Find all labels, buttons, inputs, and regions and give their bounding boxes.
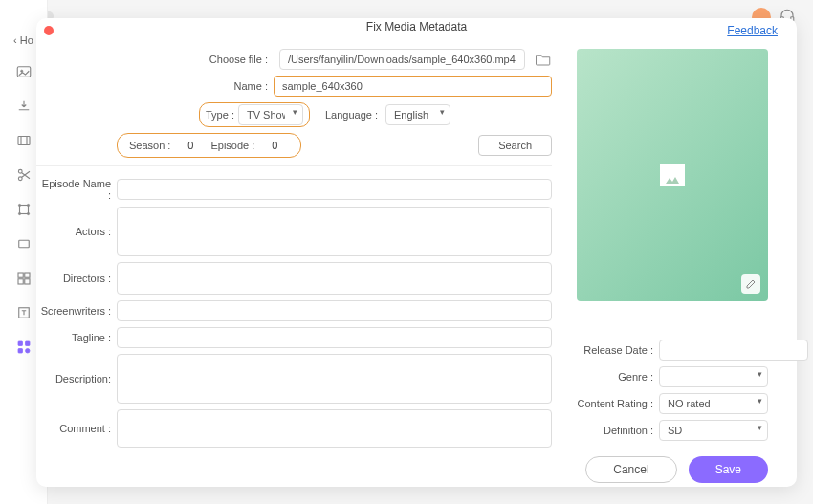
svg-point-7 — [27, 204, 29, 206]
svg-point-3 — [18, 169, 22, 173]
name-input[interactable] — [274, 76, 552, 97]
svg-rect-11 — [18, 273, 23, 277]
comment-input[interactable] — [117, 409, 552, 448]
search-button[interactable]: Search — [478, 135, 552, 156]
svg-point-6 — [18, 204, 20, 206]
feedback-link[interactable]: Feedback — [727, 24, 778, 37]
episode-input[interactable] — [260, 137, 289, 154]
svg-rect-13 — [18, 279, 23, 284]
text-icon[interactable] — [15, 304, 33, 321]
modal-header: Fix Media Metadata Feedback — [36, 18, 797, 35]
image-placeholder-icon — [660, 164, 685, 186]
type-label: Type : — [206, 109, 234, 121]
episode-name-label: Episode Name : — [36, 178, 117, 201]
divider — [36, 165, 552, 166]
folder-icon[interactable] — [535, 52, 552, 67]
svg-point-8 — [18, 212, 20, 214]
release-date-label: Release Date : — [577, 344, 659, 356]
svg-rect-18 — [18, 349, 23, 354]
cancel-button[interactable]: Cancel — [585, 456, 676, 483]
svg-point-1 — [20, 70, 22, 72]
genre-select[interactable] — [659, 366, 768, 387]
language-select[interactable] — [385, 104, 450, 125]
download-icon[interactable] — [15, 98, 33, 115]
genre-label: Genre : — [577, 371, 659, 383]
modal-title: Fix Media Metadata — [366, 20, 467, 33]
language-label: Language : — [325, 109, 378, 121]
actors-input[interactable] — [117, 207, 552, 256]
season-episode-group: Season : Episode : — [117, 133, 301, 158]
svg-rect-2 — [18, 137, 30, 145]
screenwriters-label: Screenwriters : — [36, 305, 117, 317]
release-date-input[interactable] — [659, 340, 808, 361]
grid-icon[interactable] — [15, 270, 33, 287]
comment-label: Comment : — [36, 423, 117, 434]
screenwriters-input[interactable] — [117, 300, 552, 321]
edit-cover-button[interactable] — [741, 274, 760, 294]
svg-rect-17 — [25, 341, 30, 346]
tagline-input[interactable] — [117, 327, 552, 348]
choose-file-input[interactable] — [279, 49, 525, 70]
actors-label: Actors : — [36, 226, 117, 237]
episode-name-input[interactable] — [117, 179, 552, 200]
type-group: Type : — [199, 102, 310, 127]
description-input[interactable] — [117, 354, 552, 404]
close-button[interactable] — [44, 26, 54, 35]
aspect-icon[interactable] — [15, 235, 33, 252]
image-icon[interactable] — [15, 63, 33, 80]
svg-rect-12 — [24, 273, 29, 277]
apps-icon[interactable] — [15, 339, 33, 356]
directors-input[interactable] — [117, 262, 552, 295]
directors-label: Directors : — [36, 273, 117, 284]
svg-rect-10 — [18, 240, 29, 248]
definition-label: Definition : — [577, 425, 659, 436]
svg-rect-14 — [24, 279, 29, 284]
svg-point-4 — [18, 177, 22, 181]
type-select[interactable] — [238, 104, 303, 125]
tagline-label: Tagline : — [36, 332, 117, 343]
fix-metadata-modal: Fix Media Metadata Feedback Choose file … — [36, 18, 797, 487]
modal-footer: Cancel Save — [36, 453, 797, 487]
content-rating-select[interactable] — [659, 393, 768, 414]
definition-select[interactable] — [659, 420, 768, 441]
content-rating-label: Content Rating : — [577, 398, 659, 409]
svg-rect-5 — [19, 206, 28, 214]
back-link[interactable]: ‹ Ho — [13, 34, 33, 46]
season-label: Season : — [129, 140, 170, 151]
episode-label: Episode : — [210, 140, 254, 151]
save-button[interactable]: Save — [689, 456, 768, 483]
scissors-icon[interactable] — [15, 166, 33, 184]
description-label: Description: — [36, 373, 117, 384]
svg-point-19 — [25, 349, 30, 354]
choose-file-label: Choose file : — [199, 54, 274, 65]
crop-icon[interactable] — [15, 201, 33, 218]
svg-rect-16 — [18, 341, 23, 346]
season-input[interactable] — [176, 137, 205, 154]
svg-point-9 — [27, 212, 29, 214]
name-label: Name : — [199, 80, 274, 92]
cover-art — [577, 49, 768, 301]
film-icon[interactable] — [15, 132, 33, 149]
